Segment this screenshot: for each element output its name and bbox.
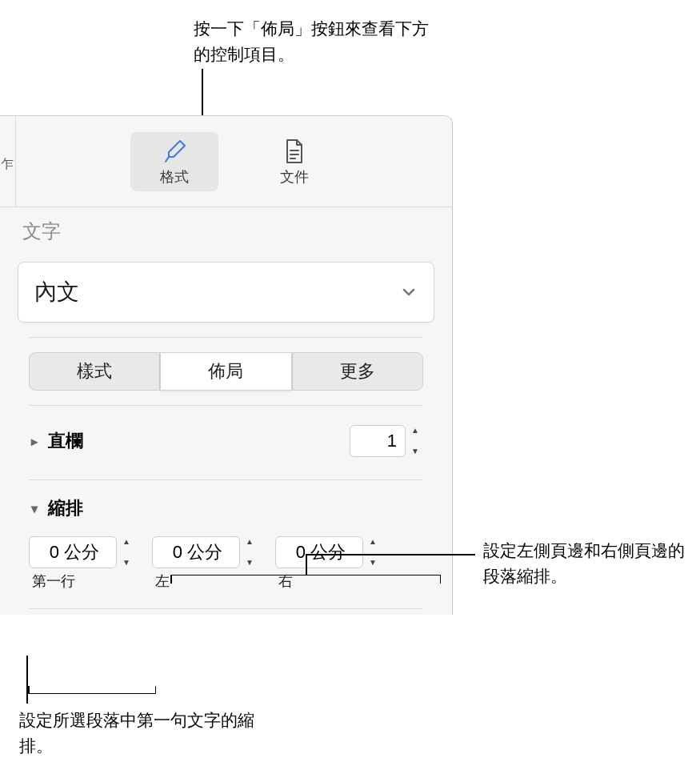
chevron-down-icon bbox=[402, 285, 416, 299]
callout-bottom: 設定所選段落中第一句文字的縮排。 bbox=[19, 708, 259, 758]
section-title-text: 文字 bbox=[22, 220, 61, 242]
disclosure-right-icon: ▸ bbox=[29, 434, 40, 449]
tab-style[interactable]: 樣式 bbox=[29, 352, 160, 391]
callout-top: 按一下「佈局」按鈕來查看下方的控制項目。 bbox=[194, 16, 434, 66]
subtabs: 樣式 佈局 更多 bbox=[29, 337, 423, 391]
callout-line-bottom bbox=[26, 656, 28, 704]
stepper-up-icon[interactable]: ▲ bbox=[407, 427, 423, 435]
bracket-indent-lr bbox=[170, 575, 441, 576]
indent-left-value: 0 公分 bbox=[173, 540, 222, 564]
callout-right-text: 設定左側頁邊和右側頁邊的段落縮排。 bbox=[483, 541, 685, 585]
indent-right: 0 公分 ▲ ▼ 右 bbox=[275, 536, 381, 591]
document-tab[interactable]: 文件 bbox=[250, 132, 338, 191]
indent-disclosure[interactable]: ▾ 縮排 bbox=[29, 491, 423, 525]
indent-left-input[interactable]: 0 公分 bbox=[152, 536, 240, 568]
stepper-down-icon[interactable]: ▼ bbox=[242, 559, 258, 567]
tab-more-label: 更多 bbox=[340, 359, 375, 383]
indent-row: 0 公分 ▲ ▼ 第一行 0 公分 ▲ ▼ bbox=[29, 525, 423, 594]
toolbar: 乍 格式 bbox=[0, 116, 452, 207]
callout-bottom-text: 設定所選段落中第一句文字的縮排。 bbox=[19, 711, 254, 755]
section-title: 文字 bbox=[0, 207, 452, 255]
indent-first-line-label: 第一行 bbox=[29, 572, 134, 591]
indent-label: 縮排 bbox=[48, 496, 83, 520]
paintbrush-icon bbox=[161, 137, 188, 166]
indent-first-line: 0 公分 ▲ ▼ 第一行 bbox=[29, 536, 134, 591]
indent-section: ▾ 縮排 0 公分 ▲ ▼ 第一行 0 公分 bbox=[29, 479, 423, 594]
columns-label: 直欄 bbox=[48, 429, 83, 453]
toolbar-partial-left: 乍 bbox=[2, 116, 16, 207]
columns-value: 1 bbox=[387, 431, 397, 451]
stepper-up-icon[interactable]: ▲ bbox=[365, 538, 381, 546]
document-icon bbox=[283, 137, 306, 166]
columns-stepper-buttons: ▲ ▼ bbox=[407, 425, 423, 457]
stepper-down-icon[interactable]: ▼ bbox=[407, 447, 423, 455]
paragraph-style-value: 內文 bbox=[34, 277, 79, 307]
callout-right: 設定左側頁邊和右側頁邊的段落縮排。 bbox=[483, 538, 691, 588]
tab-layout[interactable]: 佈局 bbox=[160, 352, 291, 391]
inspector-panel: 乍 格式 bbox=[0, 115, 453, 615]
tab-layout-label: 佈局 bbox=[208, 359, 243, 383]
callout-line-right bbox=[306, 554, 475, 555]
end-divider bbox=[29, 608, 423, 615]
stepper-up-icon[interactable]: ▲ bbox=[118, 538, 134, 546]
callout-top-text: 按一下「佈局」按鈕來查看下方的控制項目。 bbox=[194, 19, 429, 63]
indent-first-line-stepper: ▲ ▼ bbox=[118, 536, 134, 568]
document-tab-label: 文件 bbox=[280, 167, 309, 186]
tab-style-label: 樣式 bbox=[77, 359, 112, 383]
indent-right-stepper: ▲ ▼ bbox=[365, 536, 381, 568]
columns-input[interactable]: 1 bbox=[350, 425, 406, 457]
stepper-down-icon[interactable]: ▼ bbox=[118, 559, 134, 567]
indent-first-line-value: 0 公分 bbox=[50, 540, 99, 564]
format-tab[interactable]: 格式 bbox=[130, 132, 218, 191]
format-tab-label: 格式 bbox=[160, 167, 189, 186]
tab-more[interactable]: 更多 bbox=[292, 352, 423, 391]
toolbar-partial-label: 乍 bbox=[2, 156, 14, 173]
indent-right-input[interactable]: 0 公分 bbox=[275, 536, 363, 568]
stepper-down-icon[interactable]: ▼ bbox=[365, 559, 381, 567]
indent-left: 0 公分 ▲ ▼ 左 bbox=[152, 536, 258, 591]
paragraph-style-picker[interactable]: 內文 bbox=[18, 262, 434, 323]
indent-first-line-input[interactable]: 0 公分 bbox=[29, 536, 117, 568]
columns-disclosure[interactable]: ▸ 直欄 bbox=[29, 429, 83, 453]
toolbar-tabs: 格式 文件 bbox=[16, 132, 452, 191]
indent-right-value: 0 公分 bbox=[296, 540, 346, 564]
bracket-indent-first bbox=[28, 693, 156, 694]
disclosure-down-icon: ▾ bbox=[29, 501, 40, 516]
columns-stepper: 1 ▲ ▼ bbox=[350, 425, 423, 457]
stepper-up-icon[interactable]: ▲ bbox=[242, 538, 258, 546]
indent-left-stepper: ▲ ▼ bbox=[242, 536, 258, 568]
columns-section: ▸ 直欄 1 ▲ ▼ bbox=[29, 405, 423, 465]
